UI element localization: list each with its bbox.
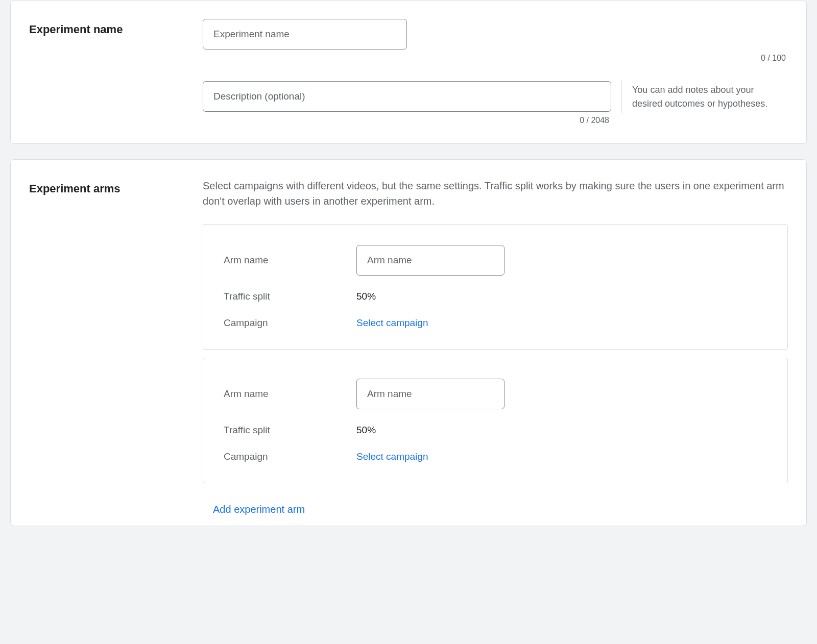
- add-experiment-arm-button[interactable]: Add experiment arm: [213, 504, 305, 515]
- description-char-counter: 0 / 2048: [203, 116, 611, 125]
- arm-name-input[interactable]: [356, 379, 504, 409]
- select-campaign-button[interactable]: Select campaign: [356, 451, 428, 462]
- select-campaign-button[interactable]: Select campaign: [356, 317, 428, 329]
- experiment-arms-intro: Select campaigns with different videos, …: [203, 178, 788, 209]
- traffic-split-value: 50%: [356, 291, 376, 302]
- campaign-label: Campaign: [224, 451, 356, 462]
- experiment-arms-card: Experiment arms Select campaigns with di…: [10, 159, 807, 526]
- name-char-counter: 0 / 100: [203, 54, 788, 63]
- experiment-name-card: Experiment name 0 / 100 0 / 2048 You can…: [10, 0, 807, 144]
- traffic-split-label: Traffic split: [224, 425, 356, 436]
- experiment-name-input[interactable]: [203, 19, 407, 49]
- experiment-arm-box: Arm name Traffic split 50% Campaign Sele…: [203, 224, 788, 350]
- description-input[interactable]: [203, 81, 611, 112]
- experiment-arms-label: Experiment arms: [29, 178, 203, 195]
- traffic-split-value: 50%: [356, 425, 376, 436]
- experiment-arm-box: Arm name Traffic split 50% Campaign Sele…: [203, 358, 788, 483]
- campaign-label: Campaign: [224, 317, 356, 329]
- traffic-split-label: Traffic split: [224, 291, 356, 302]
- experiment-name-label: Experiment name: [29, 19, 203, 36]
- arm-name-label: Arm name: [224, 388, 356, 400]
- arm-name-label: Arm name: [224, 255, 356, 266]
- description-helper-text: You can add notes about your desired out…: [621, 81, 785, 113]
- arm-name-input[interactable]: [356, 245, 504, 276]
